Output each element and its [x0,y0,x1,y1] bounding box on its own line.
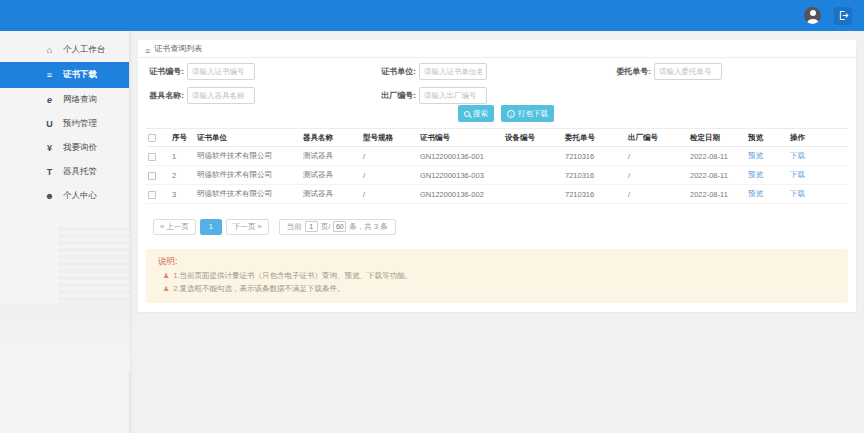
table-cell: 下载 [788,166,848,185]
e-icon: e [43,95,56,105]
download-link[interactable]: 下载 [790,189,805,198]
table-cell: / [361,147,418,166]
page-1-button[interactable]: 1 [200,219,222,235]
note-marker-icon [163,285,169,293]
download-link[interactable]: 下载 [790,170,805,179]
sidebar-item-2[interactable]: ≡证书下载 [0,62,129,88]
sidebar-item-label: 证书下载 [63,69,97,81]
sidebar: ⌂个人工作台≡证书下载e网络查询U预约管理¥我要询价T器具托管☻个人中心 [0,31,130,433]
sidebar-item-6[interactable]: T器具托管 [0,160,129,184]
next-page-button[interactable]: 下一页 » [226,219,269,235]
person-icon: ☻ [43,191,56,201]
page-size-box[interactable]: 60 [333,221,346,232]
preview-link[interactable]: 预览 [748,189,763,198]
preview-link[interactable]: 预览 [748,170,763,179]
notes-title: 说明: [158,256,836,268]
table-cell: / [361,185,418,204]
pagination: « 上一页 1 下一页 » 当前 1 页/ 60 条，共 3 条 [153,218,848,235]
home-icon: ⌂ [43,45,56,55]
topbar [0,0,864,31]
row-checkbox-cell [146,185,170,204]
note-item: 2.复选框不能勾选，表示该条数据不满足下载条件。 [158,284,836,294]
table-cell: GN122000136-001 [418,147,503,166]
field-input-4[interactable] [419,87,487,104]
row-checkbox[interactable] [148,172,156,180]
avatar-head [810,10,816,16]
row-checkbox-cell [146,166,170,185]
table-cell: 1 [170,147,195,166]
form-buttons: 搜索 打包下载 [458,105,554,122]
field-label: 器具名称: [144,90,184,101]
panel-header: 证书查询列表 [138,40,856,58]
page-number-box[interactable]: 1 [305,221,318,232]
pagination-total-label: 条，共 3 条 [349,222,387,232]
column-header: 预览 [746,129,788,147]
table-cell: 7210316 [563,147,626,166]
package-download-button[interactable]: 打包下载 [501,105,554,122]
package-download-label: 打包下载 [518,109,548,119]
sidebar-item-5[interactable]: ¥我要询价 [0,136,129,160]
field-label: 证书编号: [144,66,184,77]
table-cell: 明德软件技术有限公司 [195,166,301,185]
column-header: 设备编号 [503,129,563,147]
form-field-0: 证书编号: [144,63,255,80]
sidebar-item-label: 网络查询 [63,94,97,106]
table-cell [503,185,563,204]
column-header: 证书单位 [195,129,301,147]
form-field-3: 器具名称: [144,87,255,104]
note-text: 2.复选框不能勾选，表示该条数据不满足下载条件。 [173,284,344,294]
notes-list: 1.当前页面提供计量证书（只包含电子证书）查询、预览、下载等功能。2.复选框不能… [158,271,836,294]
row-checkbox[interactable] [148,153,156,161]
pagination-current-label: 当前 [287,222,302,232]
table-cell: 2022-08-11 [688,147,746,166]
yen-icon: ¥ [43,143,56,153]
sidebar-item-1[interactable]: ⌂个人工作台 [0,38,129,62]
column-header: 序号 [170,129,195,147]
sidebar-item-label: 预约管理 [63,118,97,130]
column-header: 型号规格 [361,129,418,147]
sidebar-item-7[interactable]: ☻个人中心 [0,184,129,208]
sidebar-watermark [58,227,130,303]
sidebar-item-4[interactable]: U预约管理 [0,112,129,136]
sidebar-menu: ⌂个人工作台≡证书下载e网络查询U预约管理¥我要询价T器具托管☻个人中心 [0,31,129,208]
preview-link[interactable]: 预览 [748,151,763,160]
field-label: 委托单号: [611,66,651,77]
table-cell: / [626,147,688,166]
table-cell: 3 [170,185,195,204]
select-all-checkbox[interactable] [148,134,156,142]
form-field-4: 出厂编号: [376,87,487,104]
column-header: 出厂编号 [626,129,688,147]
table-row: 2明德软件技术有限公司测试器具/GN122000136-0037210316/2… [146,166,848,185]
column-header: 检定日期 [688,129,746,147]
field-input-1[interactable] [419,63,487,80]
search-icon [464,111,470,117]
table-cell [503,147,563,166]
logout-button[interactable] [834,7,852,25]
certificate-query-panel: 证书查询列表 搜索 打包下载 证书编号:证书单位:委托单号:器具名称:出厂编号: [138,40,856,312]
form-field-2: 委托单号: [611,63,722,80]
prev-page-button[interactable]: « 上一页 [153,219,196,235]
sidebar-item-label: 个人中心 [63,190,97,202]
user-avatar[interactable] [804,7,821,24]
field-input-2[interactable] [654,63,722,80]
download-icon [507,110,515,118]
sidebar-watermark-2 [0,303,130,373]
column-header: 委托单号 [563,129,626,147]
sidebar-item-3[interactable]: e网络查询 [0,88,129,112]
avatar-body [807,19,819,24]
table-cell: 预览 [746,185,788,204]
table-cell: 2022-08-11 [688,185,746,204]
table-cell: 测试器具 [301,166,361,185]
download-link[interactable]: 下载 [790,151,805,160]
field-input-3[interactable] [187,87,255,104]
table-cell: 预览 [746,147,788,166]
search-button[interactable]: 搜索 [458,105,494,122]
field-input-0[interactable] [187,63,255,80]
search-button-label: 搜索 [473,109,488,119]
table-cell: 7210316 [563,166,626,185]
table-row: 3明德软件技术有限公司测试器具/GN122000136-0027210316/2… [146,185,848,204]
row-checkbox[interactable] [148,191,156,199]
table-cell: 测试器具 [301,147,361,166]
field-label: 出厂编号: [376,90,416,101]
note-text: 1.当前页面提供计量证书（只包含电子证书）查询、预览、下载等功能。 [173,271,412,281]
